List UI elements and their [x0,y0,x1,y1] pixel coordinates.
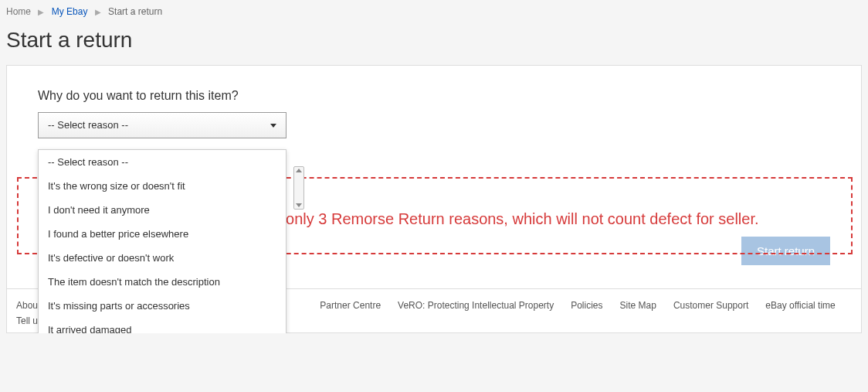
footer-sitemap[interactable]: Site Map [620,300,656,311]
reason-option[interactable]: It's missing parts or accessories [39,294,286,318]
reason-option[interactable]: -- Select reason -- [39,150,286,174]
reason-dropdown: -- Select reason -- It's the wrong size … [38,149,287,333]
chevron-right-icon: ▶ [38,8,44,16]
reason-option[interactable]: The item doesn't match the description [39,270,286,294]
reason-option[interactable]: It's defective or doesn't work [39,246,286,270]
footer-policies[interactable]: Policies [571,300,602,311]
reason-select-value: -- Select reason -- [48,119,128,131]
reason-option[interactable]: It's the wrong size or doesn't fit [39,174,286,198]
footer-vero[interactable]: VeRO: Protecting Intellectual Property [398,300,554,311]
breadcrumb: Home ▶ My Ebay ▶ Start a return [6,0,862,23]
footer-support[interactable]: Customer Support [673,300,748,311]
page-title: Start a return [6,28,862,53]
footer-time[interactable]: eBay official time [765,300,836,311]
breadcrumb-myebay[interactable]: My Ebay [52,6,88,17]
chevron-right-icon: ▶ [95,8,101,16]
footer-about[interactable]: About [16,300,40,311]
breadcrumb-current: Start a return [108,6,162,17]
return-reason-prompt: Why do you want to return this item? [38,89,830,103]
reason-option[interactable]: It arrived damaged [39,318,286,333]
chevron-down-icon [296,203,302,207]
return-card: Why do you want to return this item? -- … [6,65,862,289]
footer-partner[interactable]: Partner Centre [320,300,381,311]
breadcrumb-home[interactable]: Home [6,6,31,17]
caret-down-icon [270,124,276,128]
quantity-stepper[interactable] [293,166,304,210]
chevron-up-icon [296,169,302,172]
reason-option[interactable]: I don't need it anymore [39,198,286,222]
reason-option[interactable]: I found a better price elsewhere [39,222,286,246]
reason-select[interactable]: -- Select reason -- [38,112,287,138]
start-return-button[interactable]: Start return [741,237,830,265]
